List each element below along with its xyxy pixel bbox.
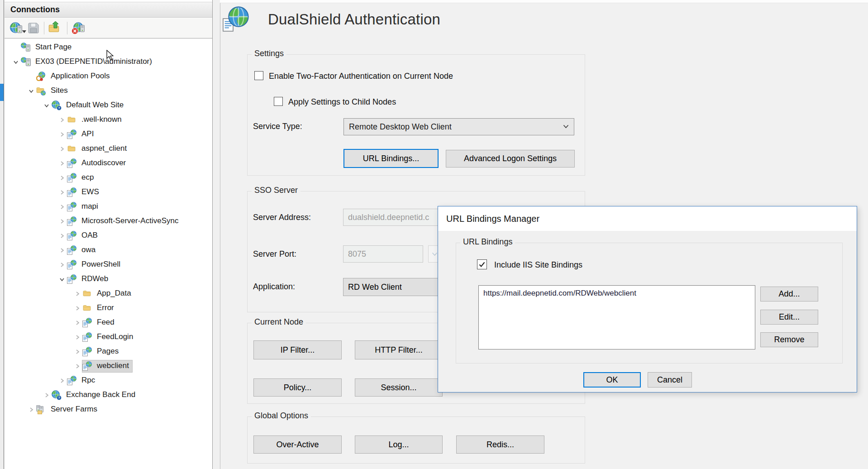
tree-item-content[interactable]: Rpc <box>67 375 98 387</box>
tree-item-application-pools[interactable]: Application Pools <box>5 69 212 84</box>
chevron-collapsed-icon[interactable] <box>73 334 81 341</box>
tree-item-content[interactable]: App_Data <box>82 288 134 300</box>
tree-item-feedlogin[interactable]: FeedLogin <box>5 330 212 345</box>
chevron-collapsed-icon[interactable] <box>58 174 66 182</box>
application-input[interactable]: RD Web Client <box>343 278 441 296</box>
tree-item-content[interactable]: EWS <box>67 187 102 198</box>
tree-item-start-page[interactable]: Start Page <box>5 40 212 55</box>
tree-item-content[interactable]: Application Pools <box>36 71 113 82</box>
service-type-select[interactable]: Remote Desktop Web Client <box>343 118 574 135</box>
tree-item-content[interactable]: Server Farms <box>36 404 100 416</box>
tree-item-aspnet-client[interactable]: aspnet_client <box>5 142 212 156</box>
chevron-collapsed-icon[interactable] <box>58 189 66 196</box>
tree-item-content[interactable]: PowerShell <box>67 259 124 271</box>
tree-item-content[interactable]: FeedLogin <box>82 331 136 343</box>
tree-item-app-data[interactable]: App_Data <box>5 287 212 301</box>
chevron-collapsed-icon[interactable] <box>58 160 66 168</box>
tree-item-ecp[interactable]: ecp <box>5 171 212 185</box>
tree-item-ews[interactable]: EWS <box>5 185 212 200</box>
chevron-expanded-icon[interactable] <box>43 102 50 110</box>
tree-item-api[interactable]: API <box>5 127 212 142</box>
add-button[interactable]: Add... <box>760 287 818 302</box>
tree-item-ex03-deepnetid-administrator[interactable]: EX03 (DEEPNETID\administrator) <box>5 55 212 69</box>
binding-list-item[interactable]: https://mail.deepnetid.com/RDWeb/webclie… <box>479 286 755 298</box>
tree-item-content[interactable]: Autodiscover <box>67 158 129 169</box>
bindings-listbox[interactable]: https://mail.deepnetid.com/RDWeb/webclie… <box>478 285 755 349</box>
ok-button[interactable]: OK <box>583 372 641 388</box>
tree-item-webclient[interactable]: webclient <box>5 359 212 373</box>
chevron-collapsed-icon[interactable] <box>58 131 66 139</box>
tree-item-content[interactable]: aspnet_client <box>67 143 130 155</box>
tree-item-feed[interactable]: Feed <box>5 316 212 330</box>
tree-item-rpc[interactable]: Rpc <box>5 373 212 388</box>
tree-item-content[interactable]: RDWeb <box>67 273 111 285</box>
redis-button[interactable]: Redis... <box>456 436 544 454</box>
tree-item-error[interactable]: Error <box>5 301 212 316</box>
tree-item-mapi[interactable]: mapi <box>5 200 212 214</box>
enable-2fa-checkbox[interactable] <box>254 71 263 80</box>
apply-child-nodes-checkbox[interactable] <box>274 97 283 106</box>
connect-server-icon[interactable] <box>9 20 27 36</box>
chevron-expanded-icon[interactable] <box>12 58 19 66</box>
cancel-button[interactable]: Cancel <box>648 372 692 388</box>
tree-item-content[interactable]: API <box>67 129 97 140</box>
tree-item-well-known[interactable]: .well-known <box>5 113 212 127</box>
chevron-collapsed-icon[interactable] <box>58 261 66 269</box>
edit-button[interactable]: Edit... <box>760 310 818 325</box>
tree-item-default-web-site[interactable]: ?Default Web Site <box>5 98 212 113</box>
tree-item-autodiscover[interactable]: Autodiscover <box>5 156 212 171</box>
include-iis-bindings-checkbox[interactable] <box>477 259 487 269</box>
tree-item-content[interactable]: owa <box>67 244 99 256</box>
tree-item-content[interactable]: ?Exchange Back End <box>52 389 138 401</box>
disconnect-server-icon[interactable] <box>71 20 89 36</box>
tree-item-powershell[interactable]: PowerShell <box>5 258 212 272</box>
log-button[interactable]: Log... <box>355 436 443 454</box>
tree-item-content[interactable]: EX03 (DEEPNETID\administrator) <box>21 56 155 68</box>
chevron-collapsed-icon[interactable] <box>73 319 81 327</box>
tree-item-content[interactable]: webclient <box>82 360 132 372</box>
tree-item-owa[interactable]: owa <box>5 243 212 258</box>
advanced-logon-settings-button[interactable]: Advanced Logon Settings <box>446 150 575 168</box>
tree-item-oab[interactable]: OAB <box>5 229 212 243</box>
tree-item-rdweb[interactable]: RDWeb <box>5 272 212 287</box>
tree-item-pages[interactable]: Pages <box>5 345 212 359</box>
chevron-collapsed-icon[interactable] <box>58 145 66 153</box>
http-filter-button[interactable]: HTTP Filter... <box>355 340 443 359</box>
over-active-button[interactable]: Over-Active <box>253 436 342 454</box>
tree-item-content[interactable]: Sites <box>36 85 71 97</box>
chevron-expanded-icon[interactable] <box>27 87 35 95</box>
chevron-collapsed-icon[interactable] <box>73 305 81 312</box>
tree-item-server-farms[interactable]: Server Farms <box>5 402 212 417</box>
open-folder-icon[interactable] <box>48 20 64 36</box>
tree-item-content[interactable]: ?Default Web Site <box>52 100 127 111</box>
tree-item-content[interactable]: ecp <box>67 172 97 184</box>
ip-filter-button[interactable]: IP Filter... <box>253 340 342 359</box>
chevron-collapsed-icon[interactable] <box>27 406 35 414</box>
tree-item-content[interactable]: Error <box>82 302 117 314</box>
chevron-collapsed-icon[interactable] <box>58 377 66 385</box>
tree-item-content[interactable]: .well-known <box>67 114 125 126</box>
tree-item-exchange-back-end[interactable]: ?Exchange Back End <box>5 388 212 402</box>
policy-button[interactable]: Policy... <box>253 378 342 397</box>
chevron-collapsed-icon[interactable] <box>73 363 81 370</box>
tree-item-sites[interactable]: Sites <box>5 84 212 98</box>
chevron-collapsed-icon[interactable] <box>58 203 66 211</box>
chevron-collapsed-icon[interactable] <box>73 290 81 298</box>
chevron-expanded-icon[interactable] <box>58 276 66 283</box>
chevron-collapsed-icon[interactable] <box>58 232 66 240</box>
save-icon[interactable] <box>27 20 41 36</box>
remove-button[interactable]: Remove <box>760 332 818 347</box>
tree-item-content[interactable]: Feed <box>82 317 118 329</box>
chevron-collapsed-icon[interactable] <box>58 218 66 225</box>
tree-item-content[interactable]: Start Page <box>21 42 75 53</box>
url-bindings-button[interactable]: URL Bindings... <box>343 149 439 168</box>
chevron-collapsed-icon[interactable] <box>73 348 81 356</box>
tree-item-content[interactable]: Microsoft-Server-ActiveSync <box>67 215 181 227</box>
tree-item-content[interactable]: mapi <box>67 201 101 213</box>
dialog-titlebar[interactable]: URL Bindings Manager <box>438 206 857 231</box>
chevron-collapsed-icon[interactable] <box>43 392 50 399</box>
chevron-collapsed-icon[interactable] <box>58 247 66 254</box>
session-button[interactable]: Session... <box>355 378 443 397</box>
chevron-collapsed-icon[interactable] <box>58 116 66 124</box>
tree-item-microsoft-server-activesync[interactable]: Microsoft-Server-ActiveSync <box>5 214 212 229</box>
